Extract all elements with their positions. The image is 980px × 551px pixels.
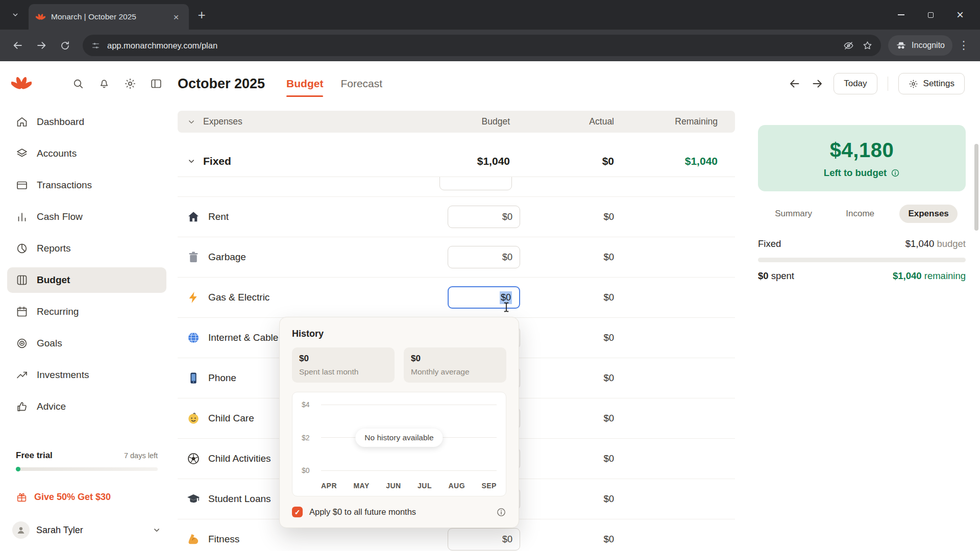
thumb-icon	[16, 400, 28, 413]
monarch-logo-icon[interactable]	[11, 73, 32, 94]
sidebar-item[interactable]: Investments	[7, 362, 166, 388]
sidebar: Dashboard Accounts Transactions Cash Flo…	[0, 61, 174, 551]
sidebar-item-label: Accounts	[37, 148, 77, 159]
trial-progress-dot	[16, 467, 20, 471]
globe-icon	[187, 331, 200, 344]
budget-amount-input[interactable]: $0	[448, 206, 520, 228]
no-history-label: No history available	[355, 429, 443, 447]
budget-table: Expenses Budget Actual Remaining Fixed $…	[178, 111, 735, 551]
bars-icon	[16, 211, 28, 223]
trial-title: Free trial	[16, 450, 53, 461]
trial-days-left: 7 days left	[124, 452, 158, 460]
gridline	[321, 470, 497, 471]
clipped-budget-input	[439, 177, 512, 190]
history-stat: $0 Monthly average	[404, 347, 506, 383]
x-axis-tick: AUG	[448, 482, 465, 490]
history-popover: History $0 Spent last month $0 Monthly a…	[279, 317, 519, 528]
category-name: Internet & Cable	[208, 332, 278, 343]
collapse-expenses-icon[interactable]	[187, 117, 196, 127]
tab-search-button[interactable]	[7, 7, 23, 23]
summary-fixed-row: Fixed $1,040 budget	[758, 238, 966, 249]
referral-link[interactable]: Give 50% Get $30	[7, 491, 166, 503]
sidebar-item[interactable]: Accounts	[7, 141, 166, 166]
search-icon[interactable]	[72, 78, 84, 90]
browser-reload-button[interactable]	[54, 35, 76, 56]
page-header: October 2025 BudgetForecast Today Se	[178, 61, 980, 106]
sidebar-item-label: Reports	[37, 243, 71, 254]
close-button[interactable]	[945, 0, 975, 30]
browser-toolbar: app.monarchmoney.com/plan Incognito	[0, 30, 980, 61]
summary-tab[interactable]: Summary	[766, 205, 821, 223]
browser-menu-button[interactable]	[954, 39, 973, 52]
user-menu[interactable]: Sarah Tyler	[7, 521, 166, 539]
sidebar-item[interactable]: Transactions	[7, 172, 166, 198]
monarch-favicon-icon	[36, 12, 45, 22]
clipped-row	[178, 177, 735, 197]
bookmark-star-icon[interactable]	[862, 40, 873, 51]
incognito-badge: Incognito	[888, 35, 952, 56]
url-text[interactable]: app.monarchmoney.com/plan	[107, 41, 837, 51]
minimize-button[interactable]	[886, 0, 916, 30]
view-tabs: BudgetForecast	[286, 74, 382, 93]
forward-icon	[36, 40, 47, 51]
sidebar-item-label: Recurring	[37, 306, 79, 317]
budget-amount-input[interactable]: $0	[448, 246, 520, 268]
gear-icon[interactable]	[124, 78, 136, 90]
layers-icon	[16, 147, 28, 160]
fixed-group-row[interactable]: Fixed $1,040 $0 $1,040	[178, 145, 735, 177]
summary-budget-suffix: budget	[937, 238, 966, 249]
restore-button[interactable]	[916, 0, 945, 30]
sidebar-item[interactable]: Dashboard	[7, 109, 166, 135]
referral-label: Give 50% Get $30	[34, 492, 111, 503]
sidebar-item[interactable]: Advice	[7, 394, 166, 419]
eye-off-icon[interactable]	[843, 40, 854, 51]
back-icon	[12, 40, 23, 51]
prev-month-button[interactable]	[789, 78, 801, 90]
url-bar[interactable]: app.monarchmoney.com/plan	[83, 35, 881, 56]
calendar-icon	[16, 306, 28, 318]
budget-column-header: Budget	[426, 116, 528, 127]
next-month-button[interactable]	[811, 78, 823, 90]
y-axis-tick: $2	[302, 434, 316, 442]
trial-progress-bar	[16, 467, 158, 471]
summary-tab[interactable]: Expenses	[899, 205, 957, 223]
browser-forward-button[interactable]	[31, 35, 52, 56]
sidebar-item[interactable]: Budget	[7, 267, 166, 293]
sidebar-item[interactable]: Goals	[7, 331, 166, 356]
info-icon[interactable]	[891, 168, 900, 178]
browser-back-button[interactable]	[7, 35, 29, 56]
today-button[interactable]: Today	[834, 73, 877, 94]
sidebar-item[interactable]: Cash Flow	[7, 204, 166, 230]
sidebar-item[interactable]: Recurring	[7, 299, 166, 324]
collapse-fixed-icon[interactable]	[187, 157, 196, 166]
new-tab-button[interactable]	[193, 6, 210, 23]
sidebar-item-label: Goals	[37, 338, 62, 349]
summary-tab[interactable]: Income	[837, 205, 883, 223]
card-icon	[16, 179, 28, 191]
notifications-bell-icon[interactable]	[98, 78, 110, 90]
x-axis-tick: APR	[321, 482, 337, 490]
group-budget-total: $1,040	[426, 155, 528, 167]
scrollbar-thumb[interactable]	[974, 144, 978, 231]
x-axis-tick: JUL	[418, 482, 432, 490]
view-tab[interactable]: Forecast	[340, 74, 382, 93]
sidebar-item-label: Investments	[37, 369, 89, 381]
sidebar-item[interactable]: Reports	[7, 236, 166, 261]
y-axis-tick: $0	[302, 466, 316, 474]
tab-close-icon[interactable]	[170, 11, 182, 22]
scrollbar[interactable]	[974, 108, 979, 549]
apply-future-checkbox[interactable]	[292, 507, 303, 517]
info-icon[interactable]	[496, 507, 506, 517]
site-info-icon[interactable]	[91, 41, 101, 51]
budget-settings-button[interactable]: Settings	[898, 73, 965, 94]
group-column-header: Expenses	[203, 116, 242, 127]
stat-label: Monthly average	[411, 367, 499, 377]
soccer-icon	[187, 452, 200, 465]
browser-tab[interactable]: Monarch | October 2025	[29, 4, 189, 30]
budget-amount-input[interactable]: $0	[448, 528, 520, 550]
view-tab[interactable]: Budget	[286, 74, 323, 93]
actual-amount: $0	[528, 211, 630, 222]
actual-column-header: Actual	[528, 116, 630, 127]
actual-amount: $0	[528, 534, 630, 545]
sidebar-toggle-icon[interactable]	[150, 78, 162, 90]
